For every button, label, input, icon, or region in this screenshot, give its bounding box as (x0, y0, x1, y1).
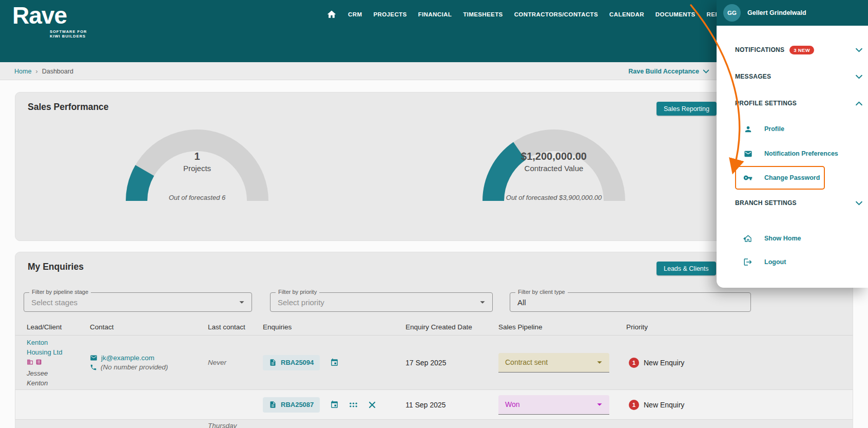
nav-item-contractors-contacts[interactable]: CONTRACTORS/CONTACTS (514, 11, 598, 17)
messages-label: MESSAGES (735, 73, 771, 80)
envelope-icon (743, 150, 753, 158)
branch-settings-section-toggle[interactable]: BRANCH SETTINGS (717, 190, 868, 216)
grid-dots-icon[interactable] (349, 402, 358, 408)
sales-reporting-button[interactable]: Sales Reporting (657, 102, 717, 116)
key-icon (743, 173, 753, 182)
home-icon[interactable] (326, 9, 337, 20)
breadcrumb-home-link[interactable]: Home (14, 68, 31, 75)
chevron-down-icon (703, 69, 709, 73)
rave-logo[interactable]: Rave (12, 3, 67, 28)
filter-value: Select stages (24, 298, 78, 307)
nav-item-documents[interactable]: DOCUMENTS (655, 11, 696, 17)
building-icon (27, 358, 33, 367)
menu-item-label: Change Password (764, 174, 820, 181)
pipeline-stage-select[interactable]: Won (498, 395, 609, 415)
priority-cell: 1 New Enquiry (624, 400, 853, 410)
nav-item-financial[interactable]: FINANCIAL (418, 11, 452, 17)
nav-item-calendar[interactable]: CALENDAR (609, 11, 644, 17)
nav-item-crm[interactable]: CRM (348, 11, 362, 17)
nav-item-timesheets[interactable]: TIMESHEETS (463, 11, 503, 17)
document-icon (269, 359, 277, 366)
profile-settings-label: PROFILE SETTINGS (735, 100, 797, 107)
my-enquiries-title: My Enquiries (28, 262, 84, 272)
column-header-enquiries: Enquiries (261, 323, 403, 331)
profile-menu-header[interactable]: GG Gellert Grindelwald (717, 0, 868, 26)
menu-item-label: Show Home (764, 235, 801, 242)
client-name-link[interactable]: Kenton Housing Ltd (27, 338, 70, 357)
menu-item-profile[interactable]: Profile (717, 117, 868, 141)
menu-item-notification-preferences[interactable]: Notification Preferences (717, 141, 868, 166)
gauge-label: Contracted Value (477, 164, 631, 173)
messages-section-toggle[interactable]: MESSAGES (717, 63, 868, 90)
workspace-selector-label: Rave Build Acceptance (628, 68, 699, 75)
enquiry-ref-chip[interactable]: RBA25087 (263, 397, 320, 413)
notifications-section-toggle[interactable]: NOTIFICATIONS 3 NEW (717, 36, 868, 63)
client-email-link[interactable]: jk@example.com (101, 354, 155, 362)
last-contact-cell: Thursday (206, 422, 261, 428)
profile-menu-panel: GG Gellert Grindelwald NOTIFICATIONS 3 N… (717, 0, 868, 288)
priority-count-badge: 1 (629, 400, 639, 410)
tagline-line-2: KIWI BUILDERS (50, 34, 87, 39)
menu-item-change-password[interactable]: Change Password (736, 167, 820, 189)
column-header-priority: Priority (624, 323, 853, 331)
chevron-down-icon (855, 201, 863, 206)
filter-client-type-select[interactable]: Filter by client type All (510, 292, 751, 312)
priority-label: New Enquiry (644, 401, 684, 409)
gauge-forecast-note: Out of forecasted 6 (120, 194, 274, 201)
column-header-created-date: Enquiry Created Date (403, 323, 496, 331)
table-row: RBA25087 11 Sep 2025 Won (15, 389, 853, 420)
filter-label: Filter by priority (276, 289, 319, 295)
enquiry-filters: Filter by pipeline stage Select stages F… (24, 292, 751, 312)
menu-item-show-home[interactable]: Show Home (717, 227, 868, 250)
filter-priority-select[interactable]: Filter by priority Select priority (270, 292, 493, 312)
priority-cell: 1 New Enquiry (624, 358, 853, 368)
contracted-value-gauge: $1,200,000.00 Contracted Value Out of fo… (477, 119, 631, 214)
avatar-initials: GG (727, 10, 737, 16)
table-row: Kenton Housing Ltd Jessee Kenton (15, 336, 853, 389)
profile-settings-section-toggle[interactable]: PROFILE SETTINGS (717, 90, 868, 117)
app-root: Rave SOFTWARE FOR KIWI BUILDERS CRM PROJ… (0, 0, 868, 428)
document-icon (269, 401, 277, 408)
calendar-icon[interactable] (330, 400, 339, 409)
leads-clients-button[interactable]: Leads & Clients (657, 262, 716, 275)
priority-label: New Enquiry (644, 359, 684, 367)
tools-icon[interactable] (368, 401, 376, 409)
lead-client-cell: Kenton Housing Ltd Jessee Kenton (15, 338, 88, 388)
last-contact-cell: Never (206, 359, 261, 366)
caret-down-icon (594, 357, 605, 368)
enquiry-ref-chip[interactable]: RBA25094 (263, 355, 320, 370)
sales-pipeline-cell: Won (496, 395, 624, 415)
filter-value: All (510, 298, 526, 307)
calendar-icon[interactable] (330, 358, 339, 367)
breadcrumb-current: Dashboard (42, 68, 73, 75)
client-phone: (No number provided) (101, 363, 168, 371)
pipeline-stage-select[interactable]: Contract sent (498, 353, 609, 373)
table-row: Thursday (15, 420, 853, 428)
enquiry-created-date: 11 Sep 2025 (403, 401, 496, 409)
avatar[interactable]: GG (723, 4, 741, 22)
filter-pipeline-stage-select[interactable]: Filter by pipeline stage Select stages (24, 292, 252, 312)
workspace-selector[interactable]: Rave Build Acceptance (628, 62, 709, 80)
phone-icon (90, 364, 97, 371)
breadcrumb: Home › Dashboard (14, 62, 73, 80)
gauge-forecast-note: Out of forecasted $3,900,000.00 (477, 194, 631, 201)
menu-item-logout[interactable]: Logout (717, 250, 868, 274)
client-type-icons (27, 358, 88, 367)
filter-label: Filter by pipeline stage (29, 289, 91, 295)
caret-down-icon (594, 399, 605, 410)
filter-label: Filter by client type (515, 289, 568, 295)
filter-value: Select priority (271, 298, 324, 307)
profile-menu-body: NOTIFICATIONS 3 NEW MESSAGES PROFILE SET… (717, 26, 868, 274)
enquiry-ref: RBA25094 (281, 359, 314, 366)
pipeline-stage-value: Contract sent (505, 358, 548, 366)
residence-icon (35, 358, 42, 367)
email-icon (90, 354, 98, 362)
caret-down-icon (236, 296, 247, 308)
rave-tagline: SOFTWARE FOR KIWI BUILDERS (50, 29, 87, 39)
gauge-label: Projects (120, 164, 274, 173)
client-contact-person: Jessee Kenton (27, 368, 63, 388)
column-header-lead-client: Lead/Client (15, 323, 88, 331)
nav-item-projects[interactable]: PROJECTS (373, 11, 407, 17)
logout-icon (743, 257, 753, 267)
breadcrumb-separator: › (35, 67, 37, 75)
